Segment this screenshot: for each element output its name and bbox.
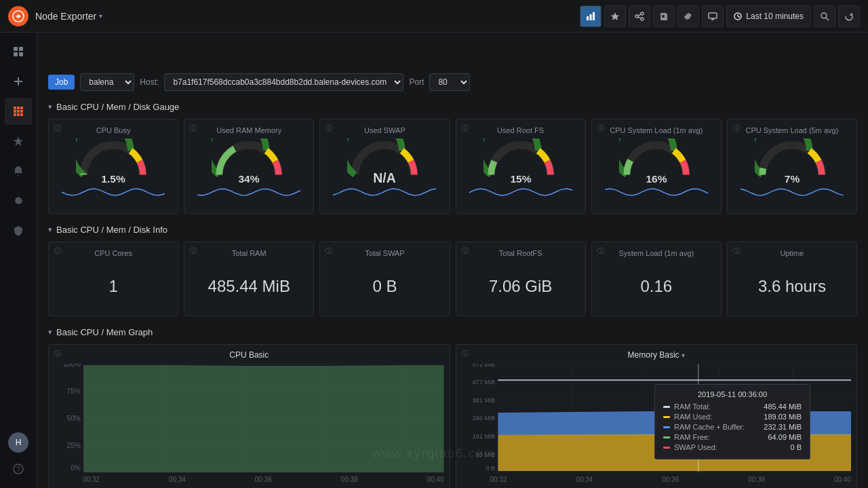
tooltip-label-1: RAM Used: — [674, 413, 760, 421]
info-card-icon-1[interactable]: ⓘ — [190, 246, 197, 256]
mem-graph-chevron[interactable]: ▾ — [682, 352, 685, 359]
monitor-nav-btn[interactable] — [702, 5, 724, 27]
tooltip-dot-2 — [663, 426, 670, 428]
cpu-graph-title: CPU Basic — [54, 350, 444, 360]
job-select[interactable]: balena — [80, 73, 134, 91]
search-nav-btn[interactable] — [814, 5, 835, 27]
chart-nav-btn[interactable] — [580, 5, 601, 27]
svg-rect-25 — [17, 107, 20, 109]
time-range-label: Last 10 minutes — [746, 12, 804, 21]
gauge-section-arrow[interactable]: ▾ — [48, 102, 52, 111]
sidebar-item-grid[interactable] — [5, 38, 32, 65]
gauge-card-1: ⓘUsed RAM Memory34% — [184, 119, 314, 214]
svg-text:50%: 50% — [66, 415, 81, 422]
time-range-btn[interactable]: Last 10 minutes — [726, 5, 811, 27]
tooltip-dot-0 — [663, 406, 670, 408]
app-title[interactable]: Node Exporter ▾ — [35, 11, 102, 22]
svg-text:191 MiB: 191 MiB — [472, 433, 495, 440]
sparkline-1 — [190, 185, 308, 200]
tooltip-val-0: 485.44 MiB — [764, 402, 802, 411]
port-select[interactable]: 80 — [429, 73, 470, 91]
tooltip-label-4: SWAP Used: — [674, 443, 786, 451]
gauge-card-4: ⓘCPU System Load (1m avg)16% — [591, 119, 722, 214]
cpu-graph-info-icon[interactable]: ⓘ — [54, 349, 61, 358]
mem-graph-info-icon[interactable]: ⓘ — [462, 349, 469, 358]
nav-actions: Last 10 minutes — [580, 5, 860, 27]
gauge-info-icon-5[interactable]: ⓘ — [733, 124, 740, 133]
tooltip-label-3: RAM Free: — [674, 433, 764, 441]
gauge-section-title: Basic CPU / Mem / Disk Gauge — [56, 102, 179, 112]
sidebar-item-help[interactable]: ? — [5, 455, 32, 483]
sidebar-item-apps[interactable] — [5, 98, 32, 125]
gauge-cards-row: ⓘCPU Busy1.5%ⓘUsed RAM Memory34%ⓘUsed SW… — [48, 119, 857, 214]
gauge-title-2: Used SWAP — [364, 126, 406, 134]
svg-text:100%: 100% — [63, 364, 81, 368]
svg-marker-33 — [14, 136, 23, 146]
gauge-info-icon-3[interactable]: ⓘ — [462, 124, 469, 133]
info-card-icon-0[interactable]: ⓘ — [54, 246, 61, 256]
star-nav-btn[interactable] — [604, 5, 626, 27]
sparkline-3 — [462, 185, 580, 200]
gauge-title-0: CPU Busy — [96, 126, 131, 134]
info-card-value-3: 7.06 GiB — [489, 277, 552, 296]
svg-text:15%: 15% — [510, 173, 531, 185]
sidebar-item-star[interactable] — [5, 128, 32, 155]
sidebar: H ? — [0, 33, 37, 488]
user-avatar[interactable]: H — [8, 432, 28, 453]
info-card-0: ⓘCPU Cores1 — [48, 242, 178, 316]
filter-bar: Job balena Host: b7a1f617f568dccab0a3c88… — [48, 73, 857, 91]
svg-rect-2 — [590, 14, 592, 20]
share-nav-btn[interactable] — [629, 5, 650, 27]
svg-text:381 MiB: 381 MiB — [472, 397, 495, 404]
gauge-info-icon-2[interactable]: ⓘ — [326, 124, 332, 133]
info-card-2: ⓘTotal SWAP0 B — [319, 242, 450, 316]
tooltip-time: 2019-05-11 00:36:00 — [663, 390, 802, 398]
gauge-svg-5: 7% — [755, 138, 829, 185]
svg-point-16 — [821, 13, 827, 18]
svg-text:N/A: N/A — [374, 170, 396, 185]
svg-rect-20 — [14, 52, 18, 56]
host-select[interactable]: b7a1f617f568dccab0a3c884bdd8b2dd.balena-… — [164, 73, 403, 91]
gauge-card-3: ⓘUsed Root FS15% — [456, 119, 586, 214]
refresh-nav-btn[interactable] — [838, 5, 860, 27]
info-card-icon-2[interactable]: ⓘ — [326, 246, 332, 256]
main-content: Job balena Host: b7a1f617f568dccab0a3c88… — [37, 65, 868, 488]
svg-rect-18 — [14, 47, 18, 51]
logo-icon[interactable] — [8, 6, 28, 26]
svg-point-7 — [641, 18, 644, 20]
svg-rect-32 — [20, 113, 23, 116]
job-label: Job — [48, 75, 75, 90]
svg-rect-29 — [20, 110, 23, 113]
svg-text:286 MiB: 286 MiB — [472, 415, 495, 421]
svg-text:16%: 16% — [646, 173, 667, 185]
gauge-info-icon-4[interactable]: ⓘ — [597, 124, 604, 133]
gear-nav-btn[interactable] — [677, 5, 699, 27]
sidebar-item-bell[interactable] — [5, 157, 32, 185]
svg-point-6 — [635, 15, 638, 18]
host-label: Host: — [140, 77, 159, 87]
gauge-card-5: ⓘCPU System Load (5m avg)7% — [727, 119, 857, 214]
info-card-value-4: 0.16 — [640, 277, 672, 296]
mem-x-labels: 00:32 00:34 00:36 00:38 00:40 — [462, 476, 852, 483]
sidebar-item-plus[interactable] — [5, 68, 32, 95]
chevron-down-icon: ▾ — [99, 12, 102, 20]
gauge-info-icon-1[interactable]: ⓘ — [190, 124, 197, 133]
gauge-svg-3: 15% — [484, 138, 558, 185]
info-card-icon-3[interactable]: ⓘ — [462, 246, 469, 256]
save-nav-btn[interactable] — [653, 5, 675, 27]
info-card-icon-4[interactable]: ⓘ — [597, 246, 604, 256]
gauge-info-icon-0[interactable]: ⓘ — [54, 124, 61, 133]
svg-rect-30 — [14, 113, 16, 116]
svg-marker-4 — [611, 12, 620, 20]
svg-text:?: ? — [16, 466, 20, 473]
sidebar-item-shield[interactable] — [5, 217, 32, 244]
sidebar-item-cog[interactable] — [5, 187, 32, 214]
cpu-x-labels: 00:32 00:34 00:36 00:38 00:40 — [54, 476, 444, 483]
svg-rect-3 — [593, 12, 595, 20]
info-section-arrow[interactable]: ▾ — [48, 225, 52, 234]
mem-graph-card: ⓘ Memory Basic ▾ — [456, 344, 858, 488]
graph-section-arrow[interactable]: ▾ — [48, 328, 52, 337]
svg-rect-23 — [14, 81, 22, 82]
info-card-icon-5[interactable]: ⓘ — [733, 246, 740, 256]
sparkline-0 — [54, 185, 172, 200]
